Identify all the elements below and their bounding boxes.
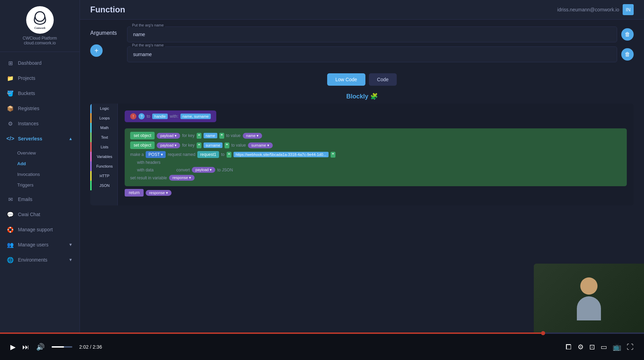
puzzle-icon: 🧩 — [370, 93, 378, 100]
fullscreen-button[interactable]: ⛶ — [627, 343, 634, 351]
green-container: set object payload ▾ for key ❝ name ❞ to… — [125, 128, 627, 186]
sidebar-item-registries[interactable]: 📦 Registries — [0, 101, 80, 116]
miniplayer-button[interactable]: ⊡ — [589, 343, 595, 351]
page-title: Function — [90, 5, 125, 14]
volume-fill — [52, 346, 64, 348]
return-response[interactable]: response ▾ — [146, 190, 171, 196]
user-info: idriss.neumann@comwork.io IN — [557, 4, 634, 15]
sidebar-item-instances[interactable]: ⚙ Instances — [0, 116, 80, 131]
arg-name-input[interactable] — [127, 27, 617, 42]
request-name[interactable]: request1 — [197, 151, 219, 158]
arg-row: Put the arg's name 🗑 — [127, 27, 634, 42]
sidebar-item-buckets[interactable]: 🪣 Buckets — [0, 86, 80, 101]
manage-users-label: Manage users — [18, 242, 49, 247]
instances-icon: ⚙ — [7, 120, 14, 127]
return-block[interactable]: return — [125, 189, 144, 197]
add-argument-button[interactable]: + — [90, 44, 103, 57]
sidebar-item-emails[interactable]: ✉ Emails — [0, 192, 80, 207]
logo-tagline: CWCloud Platform cloud.comwork.io — [23, 36, 57, 45]
sidebar-item-label: Dashboard — [18, 60, 42, 66]
set-result-row: set result in variable response ▾ — [130, 175, 621, 181]
settings-button[interactable]: ⚙ — [578, 343, 584, 351]
blockly-canvas: ! ? to handle with: name, surname set ob… — [118, 104, 634, 205]
handle-block[interactable]: ! ? to handle with: name, surname — [125, 110, 216, 122]
right-controls: ⧠ ⚙ ⊡ ▭ 📺 ⛶ — [565, 343, 634, 351]
person-body — [577, 296, 601, 320]
key-quotes-close: ❞ — [219, 133, 224, 139]
set-object-block[interactable]: set object — [130, 132, 155, 139]
skip-forward-button[interactable]: ⏭ — [22, 343, 29, 351]
progress-bar-container[interactable] — [0, 332, 644, 334]
progress-dot — [541, 331, 545, 335]
arg-input-group: Put the arg's name — [127, 46, 617, 62]
set-object-surname-row: set object payload ▾ for key ❝ surname ❞… — [130, 141, 621, 149]
arg-surname-input[interactable] — [127, 46, 617, 62]
registries-icon: 📦 — [7, 105, 14, 112]
low-code-button[interactable]: Low Code — [327, 73, 365, 86]
sidebar-item-triggers[interactable]: Triggers — [0, 180, 80, 190]
blockly-cat-text[interactable]: Text — [90, 133, 117, 142]
subtitles-button[interactable]: ⧠ — [565, 343, 572, 351]
delete-arg-button[interactable]: 🗑 — [621, 28, 634, 41]
arguments-section: Arguments + Put the arg's name 🗑 Put the… — [90, 27, 634, 66]
serverless-icon: </> — [7, 135, 14, 142]
name-var[interactable]: name ▾ — [243, 133, 262, 139]
sidebar-item-manage-support[interactable]: 🛟 Manage support — [0, 222, 80, 237]
args-inputs: Put the arg's name 🗑 Put the arg's name … — [127, 27, 634, 66]
chevron-down-icon: ▼ — [69, 242, 73, 247]
url-value: https://webhook.site/5bcada1a-3318-4a7c-… — [233, 152, 329, 157]
surname-var[interactable]: surname ▾ — [248, 142, 273, 148]
action-buttons: Low Code Code — [90, 73, 634, 86]
url-quote-open: ❝ — [227, 152, 231, 158]
post-block[interactable]: POST ▾ — [146, 151, 166, 158]
invocations-label: Invocations — [17, 172, 40, 177]
blockly-cat-loops[interactable]: Loops — [90, 113, 117, 123]
logo-icon: Comwork — [26, 6, 54, 34]
sidebar-item-serverless[interactable]: </> Serverless ▲ — [0, 131, 80, 146]
user-email: idriss.neumann@comwork.io — [557, 7, 619, 12]
theater-button[interactable]: ▭ — [601, 343, 607, 351]
blockly-cat-http[interactable]: HTTP — [90, 171, 117, 181]
sidebar-item-projects[interactable]: 📁 Projects — [0, 71, 80, 86]
payload-dropdown[interactable]: payload ▾ — [157, 133, 180, 139]
delete-arg-button[interactable]: 🗑 — [621, 48, 634, 61]
blockly-cat-lists[interactable]: Lists — [90, 142, 117, 152]
top-header: Function idriss.neumann@comwork.io IN — [80, 0, 644, 20]
sidebar-item-cwai-chat[interactable]: 💬 Cwai Chat — [0, 207, 80, 222]
chevron-up-icon: ▲ — [69, 136, 73, 141]
url-quote-close: ❞ — [331, 152, 335, 158]
video-controls: ▶ ⏭ 🔊 2:02 / 2:36 ⧠ ⚙ ⊡ ▭ 📺 ⛶ — [0, 334, 644, 360]
cast-button[interactable]: 📺 — [613, 343, 621, 351]
sidebar-item-environments[interactable]: 🌐 Environments ▼ — [0, 252, 80, 267]
environments-label: Environments — [18, 257, 48, 263]
serverless-subnav: Overview Add Invocations Triggers — [0, 146, 80, 192]
sidebar-item-add[interactable]: Add — [0, 158, 80, 169]
blockly-cat-variables[interactable]: Variables — [90, 152, 117, 161]
volume-slider[interactable] — [52, 346, 72, 348]
chevron-down-icon: ▼ — [69, 257, 73, 262]
key-quotes-open2: ❝ — [197, 142, 201, 148]
volume-button[interactable]: 🔊 — [36, 343, 45, 351]
key-name-value: name — [204, 133, 217, 138]
sidebar-item-manage-users[interactable]: 👥 Manage users ▼ — [0, 237, 80, 252]
sidebar-item-invocations[interactable]: Invocations — [0, 169, 80, 180]
blockly-cat-functions[interactable]: Functions — [90, 161, 117, 171]
blockly-workspace: Logic Loops Math Text Lists Variables — [90, 104, 634, 205]
payload-dropdown2[interactable]: payload ▾ — [157, 142, 180, 148]
blockly-cat-math[interactable]: Math — [90, 123, 117, 133]
response-var[interactable]: response ▾ — [169, 175, 195, 181]
sidebar-item-dashboard[interactable]: ⊞ Dashboard — [0, 55, 80, 71]
blockly-cat-json[interactable]: JSON — [90, 181, 117, 190]
blockly-cat-logic[interactable]: Logic — [90, 104, 117, 113]
projects-icon: 📁 — [7, 75, 14, 82]
play-button[interactable]: ▶ — [10, 343, 15, 351]
sidebar-item-label: Instances — [18, 121, 39, 126]
payload-var[interactable]: payload ▾ — [192, 167, 215, 173]
chat-icon: 💬 — [7, 211, 14, 218]
sidebar-item-overview[interactable]: Overview — [0, 148, 80, 158]
key-quotes-close2: ❞ — [225, 142, 229, 148]
set-object-block2[interactable]: set object — [130, 141, 155, 149]
support-icon: 🛟 — [7, 226, 14, 233]
question-icon: ? — [138, 113, 145, 119]
code-button[interactable]: Code — [369, 73, 397, 86]
